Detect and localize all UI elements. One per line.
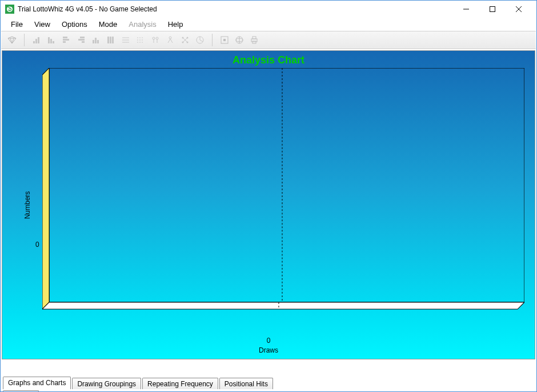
svg-rect-17: [78, 39, 85, 41]
tab-repeating-frequency[interactable]: Repeating Frequency: [142, 378, 218, 389]
svg-rect-4: [490, 7, 495, 12]
svg-rect-53: [49, 68, 524, 302]
menu-mode[interactable]: Mode: [93, 19, 123, 30]
chart-type-6-icon[interactable]: [105, 34, 117, 46]
svg-rect-16: [80, 37, 85, 38]
svg-rect-7: [33, 41, 35, 43]
tool-globe-icon[interactable]: [233, 34, 246, 46]
svg-rect-9: [38, 37, 39, 43]
menu-bar: File View Options Mode Analysis Help: [1, 18, 536, 30]
svg-rect-21: [97, 40, 99, 43]
toolbar-separator: [24, 34, 25, 46]
chart-type-4-icon[interactable]: [75, 34, 87, 46]
chart-background: Analysis Chart Numbers 0 Draws 0: [2, 50, 535, 359]
tool-print-icon[interactable]: [248, 34, 261, 46]
chart-type-2-icon[interactable]: [45, 34, 58, 46]
svg-rect-19: [93, 40, 94, 43]
svg-rect-10: [48, 37, 50, 43]
chart-type-8-icon[interactable]: [134, 34, 147, 46]
tool-square-icon[interactable]: [218, 34, 231, 46]
inner-tab-strip: Graphs and Charts Drawing Groupings Repe…: [3, 377, 274, 389]
menu-analysis: Analysis: [123, 19, 162, 30]
chart-type-7-icon[interactable]: [119, 34, 132, 46]
chart-type-10-icon[interactable]: [164, 34, 177, 46]
svg-rect-14: [63, 39, 69, 41]
svg-rect-11: [50, 39, 52, 43]
svg-marker-54: [42, 68, 49, 309]
tab-positional-hits[interactable]: Positional Hits: [219, 378, 273, 389]
chart-area: Analysis Chart Numbers 0 Draws 0: [2, 50, 535, 359]
chart-type-1-icon[interactable]: [30, 34, 43, 46]
svg-rect-51: [253, 37, 256, 39]
svg-rect-46: [223, 39, 226, 41]
svg-marker-55: [42, 302, 524, 309]
close-button[interactable]: [506, 1, 532, 18]
svg-line-36: [168, 39, 170, 43]
toolbar: [1, 31, 536, 49]
svg-rect-22: [107, 37, 109, 43]
app-icon: $: [5, 5, 14, 14]
svg-point-32: [156, 37, 158, 39]
svg-rect-18: [82, 41, 85, 43]
svg-rect-24: [112, 37, 114, 43]
menu-file[interactable]: File: [5, 19, 29, 30]
svg-rect-20: [95, 38, 97, 43]
chart-title: Analysis Chart: [2, 54, 535, 66]
chart-type-12-icon[interactable]: [194, 34, 206, 46]
toolbar-separator: [212, 34, 213, 46]
chart-plot: [42, 68, 524, 332]
bottom-tabs-area: Graphs and Charts Drawing Groupings Repe…: [1, 361, 536, 392]
svg-rect-15: [63, 41, 66, 43]
x-axis-tick: 0: [267, 337, 271, 345]
chart-type-3-icon[interactable]: [60, 34, 73, 46]
svg-line-37: [170, 39, 173, 43]
menu-help[interactable]: Help: [162, 19, 189, 30]
menu-options[interactable]: Options: [56, 19, 93, 30]
chart-type-11-icon[interactable]: [179, 34, 191, 46]
tab-drawing-groupings[interactable]: Drawing Groupings: [72, 378, 141, 389]
svg-rect-8: [35, 39, 37, 43]
maximize-button[interactable]: [479, 1, 506, 18]
svg-point-35: [169, 37, 171, 39]
menu-view[interactable]: View: [29, 19, 56, 30]
y-axis-label: Numbers: [23, 191, 31, 219]
svg-point-31: [153, 37, 155, 39]
tab-graphs-and-charts[interactable]: Graphs and Charts: [3, 377, 71, 389]
svg-rect-12: [53, 41, 54, 43]
minimize-button[interactable]: [453, 1, 479, 18]
title-bar: $ Trial LottoWhiz 4G v4.05 - No Game Sel…: [1, 1, 536, 18]
chart-type-5-icon[interactable]: [90, 34, 102, 46]
chart-type-9-icon[interactable]: [149, 34, 162, 46]
svg-text:$: $: [8, 5, 12, 13]
y-axis-tick: 0: [35, 241, 39, 249]
x-axis-label: Draws: [259, 346, 278, 354]
svg-rect-23: [110, 37, 111, 43]
window-title: Trial LottoWhiz 4G v4.05 - No Game Selec…: [18, 5, 453, 13]
diamond-icon[interactable]: [6, 34, 18, 46]
svg-rect-13: [63, 37, 67, 38]
